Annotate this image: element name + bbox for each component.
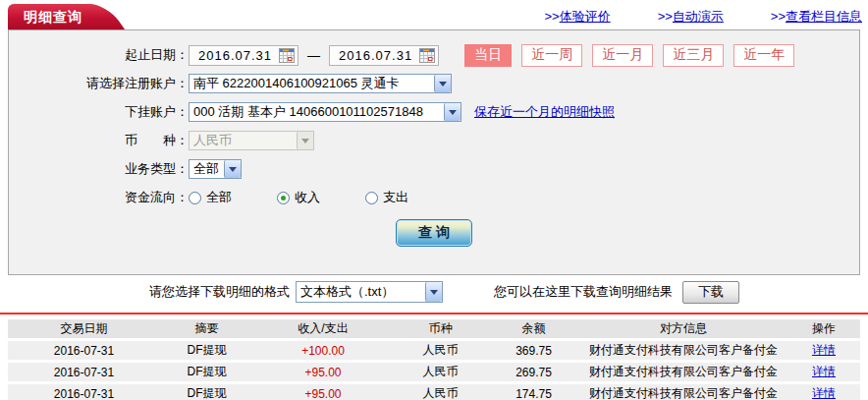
link-label: 自动演示 (673, 9, 724, 24)
currency-select-disabled: 人民币 (189, 131, 314, 150)
table-row: 2016-07-31DF提现+95.00人民币269.75财付通支付科技有限公司… (8, 363, 860, 381)
radio-option-1[interactable]: 收入 (277, 189, 320, 206)
quick-date-button-0[interactable]: 当日 (464, 44, 512, 67)
cell-summary: DF提现 (160, 363, 253, 381)
header-link-auto-demo[interactable]: >>自动演示 (658, 8, 724, 26)
chevron-down-icon[interactable] (425, 282, 442, 302)
header-link-experience-eval[interactable]: >>体验评价 (544, 8, 610, 26)
quick-date-button-4[interactable]: 近一年 (733, 44, 794, 67)
cell-summary: DF提现 (160, 341, 253, 360)
link-prefix: >> (658, 9, 673, 24)
radio-icon[interactable] (189, 192, 201, 204)
business-type-label: 业务类型： (9, 160, 189, 178)
radio-option-0[interactable]: 全部 (189, 189, 232, 206)
date-from-input[interactable]: 2016.07.31 (189, 45, 298, 66)
fund-direction-radios: 全部收入支出 (189, 189, 454, 206)
query-form-panel: 起止日期： 2016.07.31 — 2016.07.31 (8, 29, 860, 275)
table-header-1: 摘要 (160, 319, 253, 338)
snapshot-link[interactable]: 保存近一个月的明细快照 (474, 103, 615, 121)
link-prefix: >> (771, 9, 786, 24)
table-header-0: 交易日期 (8, 319, 160, 338)
radio-option-2[interactable]: 支出 (365, 189, 408, 206)
date-to-input[interactable]: 2016.07.31 (329, 45, 439, 66)
radio-label: 支出 (383, 189, 408, 206)
download-format-value: 文本格式（.txt） (297, 283, 398, 301)
query-button-row: 查 询 (9, 219, 859, 247)
link-prefix: >> (544, 9, 559, 24)
date-from-value: 2016.07.31 (198, 48, 272, 63)
cell-balance: 269.75 (488, 363, 579, 381)
radio-icon[interactable] (365, 192, 378, 204)
date-separator: — (307, 48, 320, 63)
detail-link[interactable]: 详情 (812, 365, 836, 378)
radio-icon[interactable] (277, 192, 290, 204)
transaction-table: 交易日期摘要收入/支出币种余额对方信息操作 2016-07-31DF提现+100… (8, 316, 860, 400)
currency-row: 币 种： 人民币 (9, 129, 859, 152)
cell-currency: 人民币 (393, 384, 488, 400)
table-header-6: 操作 (787, 319, 860, 338)
cell-counterparty: 财付通支付科技有限公司客户备付金 (579, 341, 787, 360)
register-account-row: 请选择注册账户： 南平 6222001406100921065 灵通卡 (9, 72, 859, 95)
cell-currency: 人民币 (393, 363, 488, 381)
detail-link[interactable]: 详情 (812, 343, 836, 357)
quick-date-buttons: 当日近一周近一月近三月近一年 (464, 44, 794, 67)
radio-label: 全部 (206, 189, 232, 206)
table-row: 2016-07-31DF提现+95.00人民币174.75财付通支付科技有限公司… (8, 384, 860, 400)
business-type-row: 业务类型： 全部 (9, 157, 859, 181)
detail-link[interactable]: 详情 (812, 386, 836, 400)
download-hint: 您可以在这里下载查询明细结果 (494, 283, 673, 301)
fund-direction-label: 资金流向： (9, 189, 189, 206)
table-header-3: 币种 (393, 319, 488, 338)
cell-amount: +95.00 (253, 363, 393, 381)
download-format-label: 请您选择下载明细的格式 (149, 283, 290, 301)
date-to-value: 2016.07.31 (339, 48, 412, 63)
currency-value: 人民币 (190, 132, 236, 149)
download-format-select[interactable]: 文本格式（.txt） (296, 281, 443, 303)
cell-balance: 174.75 (488, 384, 579, 400)
quick-date-button-3[interactable]: 近三月 (663, 44, 724, 67)
calendar-icon[interactable] (419, 48, 435, 63)
cell-amount: +95.00 (253, 384, 393, 400)
sub-account-select[interactable]: 000 活期 基本户 1406600101102571848 (189, 102, 461, 122)
header-link-column-info[interactable]: >>查看栏目信息 (771, 8, 862, 26)
quick-date-button-1[interactable]: 近一周 (521, 44, 582, 67)
date-range-label: 起止日期： (9, 46, 189, 64)
cell-action: 详情 (787, 384, 860, 400)
sub-account-row: 下挂账户： 000 活期 基本户 1406600101102571848 保存近… (9, 100, 859, 124)
table-header-2: 收入/支出 (253, 319, 393, 338)
sub-account-label: 下挂账户： (9, 103, 189, 121)
register-account-label: 请选择注册账户： (9, 75, 189, 92)
cell-date: 2016-07-31 (8, 384, 160, 400)
query-button[interactable]: 查 询 (396, 219, 472, 247)
register-account-value: 南平 6222001406100921065 灵通卡 (190, 75, 404, 92)
header-links: >>体验评价>>自动演示>>查看栏目信息 (544, 8, 862, 26)
chevron-down-icon[interactable] (434, 75, 451, 92)
cell-date: 2016-07-31 (8, 341, 160, 360)
quick-date-button-2[interactable]: 近一月 (592, 44, 653, 67)
link-label: 体验评价 (560, 9, 611, 24)
cell-balance: 369.75 (488, 341, 579, 360)
cell-date: 2016-07-31 (8, 363, 160, 381)
top-bar: 明细查询 >>体验评价>>自动演示>>查看栏目信息 (0, 0, 868, 29)
register-account-select[interactable]: 南平 6222001406100921065 灵通卡 (189, 74, 452, 93)
chevron-down-icon[interactable] (224, 160, 241, 178)
table-separator-line (0, 313, 868, 314)
radio-label: 收入 (295, 189, 320, 206)
chevron-down-icon (297, 132, 313, 149)
download-row: 请您选择下载明细的格式 文本格式（.txt） 您可以在这里下载查询明细结果 下载 (0, 275, 868, 309)
business-type-select[interactable]: 全部 (189, 159, 242, 179)
fund-direction-row: 资金流向： 全部收入支出 (9, 186, 859, 209)
calendar-icon[interactable] (279, 48, 295, 63)
chevron-down-icon[interactable] (444, 103, 461, 121)
cell-action: 详情 (787, 341, 860, 360)
cell-counterparty: 财付通支付科技有限公司客户备付金 (579, 363, 787, 381)
cell-summary: DF提现 (160, 384, 253, 400)
tab-detail-query[interactable]: 明细查询 (8, 4, 88, 29)
currency-label: 币 种： (9, 132, 189, 149)
download-button[interactable]: 下载 (682, 281, 739, 304)
cell-currency: 人民币 (393, 341, 488, 360)
table-header-5: 对方信息 (579, 319, 787, 338)
cell-counterparty: 财付通支付科技有限公司客户备付金 (579, 384, 787, 400)
date-range-row: 起止日期： 2016.07.31 — 2016.07.31 (9, 43, 859, 67)
table-header-4: 余额 (488, 319, 579, 338)
